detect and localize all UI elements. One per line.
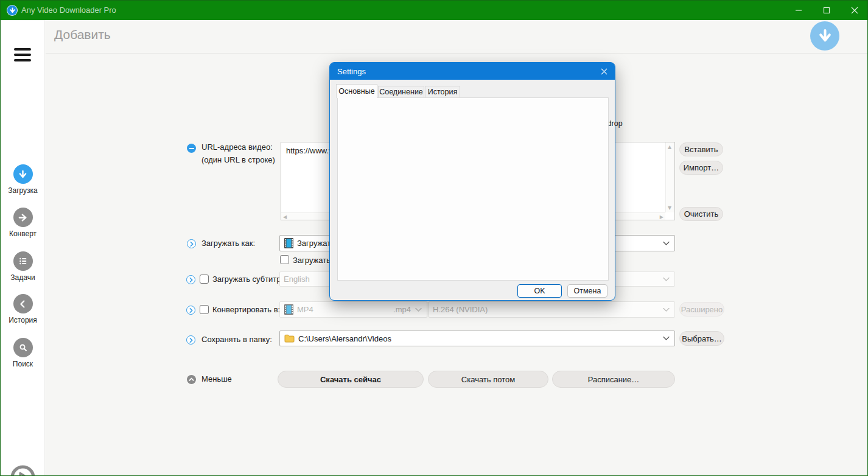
menu-icon[interactable] xyxy=(14,48,31,61)
subtitles-label: Загружать субтитры: xyxy=(212,275,289,284)
tab-history[interactable]: История xyxy=(425,86,460,98)
sidebar-item-history[interactable]: История xyxy=(1,294,45,324)
vertical-scrollbar[interactable]: ▲ ▼ xyxy=(665,142,674,212)
settings-dialog: Settings Основные Соединение История Уск… xyxy=(329,62,615,301)
sidebar-item-download[interactable]: Загрузка xyxy=(1,164,45,195)
convert-label: Конвертировать в: xyxy=(212,305,280,314)
app-window: Any Video Downloader Pro Загрузка xyxy=(0,0,868,476)
expand-subtitles-icon[interactable] xyxy=(186,275,195,284)
sidebar-item-search[interactable]: Поиск xyxy=(1,338,45,368)
sidebar-item-label: История xyxy=(1,316,45,324)
savefolder-label: Сохранять в папку: xyxy=(201,335,272,344)
sidebar: Загрузка Конверт Задачи История xyxy=(1,20,45,476)
convert-icon xyxy=(13,208,33,227)
cancel-button[interactable]: Отмена xyxy=(567,284,607,298)
chevron-down-icon xyxy=(663,241,670,245)
format-value: MP4 xyxy=(297,305,313,314)
expand-downloadas-icon[interactable] xyxy=(187,239,196,248)
download-now-button[interactable]: Скачать сейчас xyxy=(278,371,424,388)
download-later-button[interactable]: Скачать потом xyxy=(428,371,548,388)
format-combobox[interactable]: MP4 .mp4 xyxy=(279,301,427,318)
sidebar-item-label: Задачи xyxy=(1,273,45,282)
codec-combobox[interactable]: H.264 (NVIDIA) xyxy=(429,301,675,318)
url-sublabel: (один URL в строке) xyxy=(201,155,275,164)
dialog-title: Settings xyxy=(337,67,366,76)
collapse-url-icon[interactable] xyxy=(187,144,196,153)
titlebar: Any Video Downloader Pro xyxy=(1,1,868,20)
scroll-right-icon[interactable]: ▶ xyxy=(660,214,663,220)
window-controls xyxy=(785,1,868,20)
play-icon[interactable] xyxy=(10,465,35,476)
paste-button[interactable]: Вставить xyxy=(679,142,723,156)
tasks-icon xyxy=(13,251,33,271)
expand-convert-icon[interactable] xyxy=(186,306,195,315)
sidebar-item-tasks[interactable]: Задачи xyxy=(1,251,45,282)
scroll-left-icon[interactable]: ◀ xyxy=(283,214,287,220)
maximize-button[interactable] xyxy=(813,1,841,20)
import-button[interactable]: Импорт… xyxy=(679,161,723,175)
header-divider xyxy=(46,53,868,54)
sidebar-item-convert[interactable]: Конверт xyxy=(1,208,45,238)
tab-connection[interactable]: Соединение xyxy=(378,86,424,98)
chevron-down-icon xyxy=(663,277,670,281)
chevron-down-icon xyxy=(663,307,670,312)
savefolder-value: C:\Users\Alersandr\Videos xyxy=(298,334,391,343)
chevron-down-icon xyxy=(663,337,670,341)
app-logo-icon xyxy=(7,5,18,16)
subtitles-value: English xyxy=(284,275,310,284)
download-icon xyxy=(13,164,33,184)
playlist-checkbox[interactable] xyxy=(280,255,289,264)
film-icon xyxy=(284,304,293,315)
tab-general[interactable]: Основные xyxy=(336,84,377,98)
dialog-close-icon[interactable] xyxy=(597,65,611,78)
sidebar-item-label: Конверт xyxy=(1,229,45,238)
page-title: Добавить xyxy=(54,27,111,42)
sidebar-item-label: Поиск xyxy=(1,360,45,368)
codec-value: H.264 (NVIDIA) xyxy=(433,305,488,314)
folder-icon xyxy=(284,334,295,343)
convert-checkbox[interactable] xyxy=(200,305,209,314)
advanced-button[interactable]: Расширено xyxy=(679,302,724,317)
film-icon xyxy=(284,238,293,248)
dialog-panel xyxy=(337,97,609,281)
window-title: Any Video Downloader Pro xyxy=(21,5,116,15)
search-icon xyxy=(13,338,33,357)
scroll-down-icon[interactable]: ▼ xyxy=(668,205,671,211)
url-label: URL-адреса видео: xyxy=(201,142,273,152)
collapse-less-icon[interactable] xyxy=(187,375,196,384)
app-logo-large-icon xyxy=(810,21,839,51)
savefolder-combobox[interactable]: C:\Users\Alersandr\Videos xyxy=(279,331,675,346)
ok-button[interactable]: OK xyxy=(517,284,562,298)
extension-value: .mp4 xyxy=(393,305,411,314)
chevron-down-icon xyxy=(415,307,422,312)
sidebar-item-label: Загрузка xyxy=(1,186,45,195)
downloadas-label: Загружать как: xyxy=(201,239,255,248)
close-button[interactable] xyxy=(841,1,868,20)
expand-savefolder-icon[interactable] xyxy=(186,335,195,345)
browse-button[interactable]: Выбрать… xyxy=(679,331,724,346)
schedule-button[interactable]: Расписание… xyxy=(552,371,675,388)
less-label[interactable]: Меньше xyxy=(201,374,232,383)
dialog-titlebar: Settings xyxy=(330,63,615,80)
clear-button[interactable]: Очистить xyxy=(679,207,723,221)
subtitles-checkbox[interactable] xyxy=(200,275,209,284)
minimize-button[interactable] xyxy=(785,1,813,20)
history-icon xyxy=(13,294,33,313)
scroll-up-icon[interactable]: ▲ xyxy=(668,144,671,150)
